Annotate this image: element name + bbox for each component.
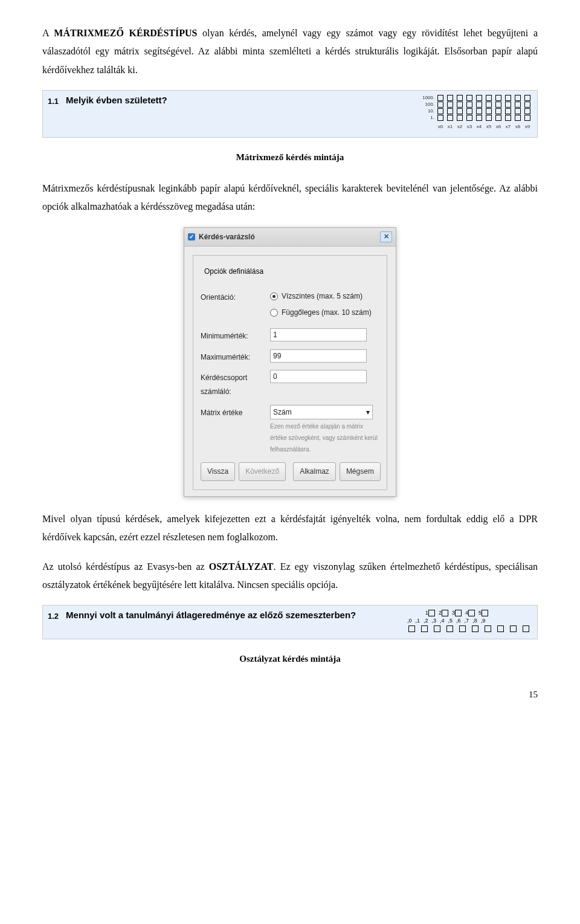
checkbox[interactable] bbox=[505, 108, 511, 114]
dialog-title: Kérdés-varázsló bbox=[199, 230, 255, 244]
checkbox[interactable] bbox=[486, 95, 492, 101]
checkbox[interactable] bbox=[515, 108, 521, 114]
radio-horizontal[interactable]: Vízszintes (max. 5 szám) bbox=[270, 289, 379, 303]
checkbox[interactable] bbox=[515, 102, 521, 108]
checkbox[interactable] bbox=[466, 95, 472, 101]
max-label: Maximumérték: bbox=[201, 349, 270, 364]
col-label: x8 bbox=[513, 122, 523, 131]
question-number: 1.2 bbox=[48, 609, 59, 624]
col-label: x2 bbox=[455, 122, 465, 131]
col-label: x7 bbox=[503, 122, 513, 131]
radio-vertical[interactable]: Függőleges (max. 10 szám) bbox=[270, 306, 379, 320]
checkbox[interactable] bbox=[437, 108, 443, 114]
checkbox[interactable] bbox=[523, 625, 529, 632]
matrix-usage-paragraph: Mivel olyan típusú kérdések, amelyek kif… bbox=[42, 510, 538, 547]
figure-caption-grade: Osztályzat kérdés mintája bbox=[42, 650, 538, 668]
back-button[interactable]: Vissza bbox=[201, 462, 235, 481]
col-label: x4 bbox=[474, 122, 484, 131]
options-fieldset: Opciók definiálása Orientáció: Vízszinte… bbox=[193, 255, 387, 489]
checkbox[interactable] bbox=[447, 108, 453, 114]
matrix-value-select[interactable]: Szám ▾ bbox=[270, 405, 373, 419]
matrix-value-label: Mátrix értéke bbox=[201, 405, 270, 420]
question-text: Mennyi volt a tanulmányi átlageredménye … bbox=[66, 609, 399, 621]
checkbox[interactable] bbox=[486, 115, 492, 121]
checkbox[interactable] bbox=[466, 102, 472, 108]
question-number: 1.1 bbox=[48, 94, 59, 109]
next-button[interactable]: Következő bbox=[239, 462, 286, 481]
checkbox[interactable] bbox=[446, 625, 453, 632]
chevron-down-icon: ▾ bbox=[366, 407, 370, 418]
checkbox[interactable] bbox=[510, 625, 517, 632]
checkbox[interactable] bbox=[437, 115, 443, 121]
checkbox[interactable] bbox=[476, 115, 482, 121]
checkbox[interactable] bbox=[486, 102, 492, 108]
min-label: Minimumérték: bbox=[201, 328, 270, 343]
checkbox[interactable] bbox=[472, 625, 478, 632]
col-label: x5 bbox=[484, 122, 494, 131]
max-input[interactable]: 99 bbox=[270, 349, 367, 363]
checkbox[interactable] bbox=[486, 108, 492, 114]
matrix-grid: 1000. 100. 10. 1. x0 x1 x2 x3 x4 x5 x6 x… bbox=[417, 94, 532, 131]
select-value: Szám bbox=[273, 407, 292, 418]
radio-icon bbox=[270, 292, 278, 300]
checkbox[interactable] bbox=[447, 95, 453, 101]
checkbox[interactable] bbox=[495, 102, 501, 108]
intro-paragraph: A MÁTRIXMEZŐ KÉRDÉSTÍPUS olyan kérdés, a… bbox=[42, 24, 538, 79]
close-button[interactable]: ✕ bbox=[380, 231, 392, 242]
checkbox[interactable] bbox=[524, 108, 530, 114]
col-label: x9 bbox=[523, 122, 532, 131]
radio-label: Vízszintes (max. 5 szám) bbox=[282, 289, 362, 303]
min-input[interactable]: 1 bbox=[270, 328, 367, 341]
checkbox[interactable] bbox=[437, 95, 443, 101]
grade-question-sample: 1.2 Mennyi volt a tanulmányi átlageredmé… bbox=[42, 605, 538, 639]
checkbox[interactable] bbox=[437, 102, 443, 108]
checkbox[interactable] bbox=[457, 95, 463, 101]
orientation-label: Orientáció: bbox=[201, 289, 270, 305]
grade-row-decimal-labels: ,0 ,1 ,2 ,3 ,4 ,5 ,6 ,7 ,8 ,9 bbox=[405, 617, 532, 625]
checkbox[interactable] bbox=[485, 625, 491, 632]
grade-grid: 1 2 3 4 5 ,0 ,1 ,2 ,3 ,4 ,5 ,6 ,7 ,8 ,9 bbox=[405, 609, 532, 633]
checkbox[interactable] bbox=[495, 95, 501, 101]
cancel-button[interactable]: Mégsem bbox=[340, 462, 381, 481]
checkbox[interactable] bbox=[524, 115, 530, 121]
grade-row-decimal-boxes bbox=[405, 625, 532, 633]
checkbox[interactable] bbox=[476, 108, 482, 114]
checkbox[interactable] bbox=[434, 625, 440, 632]
figure-caption-matrix: Mátrixmező kérdés mintája bbox=[42, 149, 538, 166]
radio-label: Függőleges (max. 10 szám) bbox=[282, 306, 372, 320]
matrix-explain-paragraph: Mátrixmezős kérdéstípusnak leginkább pap… bbox=[42, 179, 538, 216]
radio-icon bbox=[270, 309, 278, 317]
question-wizard-dialog: ✓ Kérdés-varázsló ✕ Opciók definiálása O… bbox=[184, 227, 396, 497]
checkbox[interactable] bbox=[515, 115, 521, 121]
checkbox[interactable] bbox=[421, 625, 428, 632]
checkbox[interactable] bbox=[447, 115, 453, 121]
grade-paragraph: Az utolsó kérdéstípus az Evasys-ben az O… bbox=[42, 558, 538, 595]
page-number: 15 bbox=[42, 686, 538, 703]
checkbox[interactable] bbox=[457, 108, 463, 114]
checkbox[interactable] bbox=[495, 108, 501, 114]
checkbox[interactable] bbox=[505, 115, 511, 121]
fieldset-legend: Opciók definiálása bbox=[202, 265, 266, 279]
apply-button[interactable]: Alkalmaz bbox=[293, 462, 336, 481]
checkbox[interactable] bbox=[515, 95, 521, 101]
matrix-row: 1. bbox=[417, 114, 532, 121]
checkbox[interactable] bbox=[476, 95, 482, 101]
checkbox[interactable] bbox=[476, 102, 482, 108]
checkbox[interactable] bbox=[524, 95, 530, 101]
col-label: x0 bbox=[436, 122, 445, 131]
checkbox[interactable] bbox=[524, 102, 530, 108]
checkbox[interactable] bbox=[466, 115, 472, 121]
checkbox[interactable] bbox=[447, 102, 453, 108]
checkbox[interactable] bbox=[408, 625, 415, 632]
checkbox[interactable] bbox=[459, 625, 466, 632]
term-matrixmezo: MÁTRIXMEZŐ KÉRDÉSTÍPUS bbox=[54, 28, 197, 38]
checkbox[interactable] bbox=[495, 115, 501, 121]
checkbox[interactable] bbox=[497, 625, 504, 632]
checkbox[interactable] bbox=[466, 108, 472, 114]
col-label: x3 bbox=[465, 122, 474, 131]
checkbox[interactable] bbox=[505, 95, 511, 101]
group-counter-input[interactable]: 0 bbox=[270, 370, 367, 383]
checkbox[interactable] bbox=[457, 115, 463, 121]
checkbox[interactable] bbox=[505, 102, 511, 108]
checkbox[interactable] bbox=[457, 102, 463, 108]
